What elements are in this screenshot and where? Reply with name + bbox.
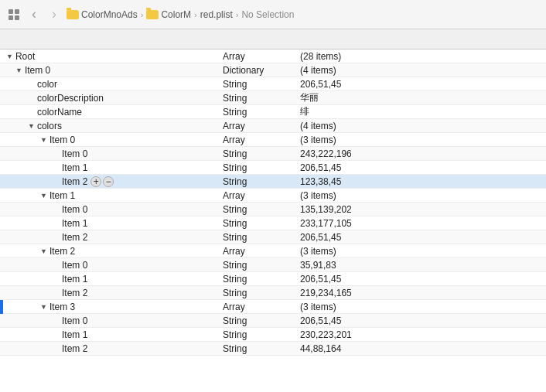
breadcrumb: ColorMnoAds › ColorM › red.plist › No Se… bbox=[67, 9, 540, 20]
type-label: String bbox=[217, 232, 294, 243]
breadcrumb-redplist[interactable]: red.plist bbox=[200, 9, 233, 20]
value-label: 243,222,196 bbox=[294, 148, 546, 159]
key-label: Item 2 bbox=[62, 232, 87, 243]
key-label: colorDescription bbox=[37, 93, 104, 104]
triangle-icon[interactable] bbox=[15, 66, 22, 74]
type-label: String bbox=[217, 79, 294, 90]
triangle-icon[interactable] bbox=[28, 122, 35, 130]
value-label: 35,91,83 bbox=[294, 260, 546, 271]
key-label: Item 0 bbox=[62, 260, 87, 271]
table-row[interactable]: Item 1String206,51,45 bbox=[0, 161, 546, 175]
key-label: Item 0 bbox=[62, 204, 87, 215]
table-row[interactable]: Item 2String44,88,164 bbox=[0, 342, 546, 356]
value-label: 123,38,45 bbox=[294, 176, 546, 187]
table-header bbox=[0, 29, 546, 49]
table-row[interactable]: Item 1Array(3 items) bbox=[0, 189, 546, 203]
triangle-icon[interactable] bbox=[40, 136, 47, 144]
key-label: Item 2 bbox=[62, 176, 87, 187]
table-row[interactable]: Item 0String243,222,196 bbox=[0, 147, 546, 161]
key-label: colorName bbox=[37, 107, 82, 118]
key-label: Item 2 bbox=[62, 288, 87, 298]
table-row[interactable]: Item 0Dictionary(4 items) bbox=[0, 63, 546, 77]
type-label: String bbox=[217, 274, 294, 285]
type-label: Array bbox=[217, 135, 294, 145]
svg-rect-2 bbox=[9, 15, 13, 20]
type-label: String bbox=[217, 148, 294, 159]
key-label: Item 1 bbox=[62, 218, 87, 229]
type-label: String bbox=[217, 107, 294, 118]
table-row[interactable]: colorDescriptionString华丽 bbox=[0, 91, 546, 105]
remove-item-button[interactable]: − bbox=[103, 176, 114, 187]
value-label: 230,223,201 bbox=[294, 329, 546, 340]
triangle-icon[interactable] bbox=[40, 303, 47, 311]
svg-rect-3 bbox=[15, 15, 19, 20]
table-row[interactable]: colorNameString绯 bbox=[0, 105, 546, 119]
type-label: Array bbox=[217, 246, 294, 257]
table-body: RootArray(28 items)Item 0Dictionary(4 it… bbox=[0, 49, 546, 392]
value-label: 206,51,45 bbox=[294, 315, 546, 326]
table-row[interactable]: Item 2+−String123,38,45 bbox=[0, 175, 546, 189]
value-label: 华丽 bbox=[294, 91, 546, 104]
type-label: Array bbox=[217, 121, 294, 131]
table-row[interactable]: colorString206,51,45 bbox=[0, 77, 546, 91]
triangle-icon[interactable] bbox=[40, 192, 47, 199]
back-icon[interactable]: ‹ bbox=[26, 7, 42, 22]
table-row[interactable]: Item 0String206,51,45 bbox=[0, 314, 546, 328]
table-row[interactable]: Item 0String35,91,83 bbox=[0, 258, 546, 272]
value-label: 233,177,105 bbox=[294, 218, 546, 229]
key-label: Item 0 bbox=[62, 148, 87, 159]
key-label: Item 1 bbox=[62, 329, 87, 340]
row-actions: +− bbox=[90, 176, 114, 187]
key-label: Item 0 bbox=[49, 135, 75, 145]
accent-bar bbox=[0, 300, 3, 314]
table-row[interactable]: colorsArray(4 items) bbox=[0, 119, 546, 133]
triangle-icon[interactable] bbox=[40, 247, 47, 255]
key-label: Item 0 bbox=[25, 65, 50, 76]
value-label: (3 items) bbox=[294, 246, 546, 257]
key-label: colors bbox=[37, 121, 62, 131]
type-label: Array bbox=[217, 51, 294, 62]
table-row[interactable]: Item 1String233,177,105 bbox=[0, 216, 546, 230]
table-row[interactable]: Item 2String206,51,45 bbox=[0, 230, 546, 244]
grid-icon[interactable] bbox=[6, 7, 22, 22]
key-label: Item 1 bbox=[49, 190, 75, 201]
value-label: 206,51,45 bbox=[294, 162, 546, 173]
table-row[interactable]: RootArray(28 items) bbox=[0, 49, 546, 63]
value-label: 44,88,164 bbox=[294, 343, 546, 354]
value-label: 219,234,165 bbox=[294, 288, 546, 298]
type-label: String bbox=[217, 176, 294, 187]
table-row[interactable]: Item 1String230,223,201 bbox=[0, 328, 546, 342]
breadcrumb-colormnoads[interactable]: ColorMnoAds bbox=[81, 9, 138, 20]
folder-icon bbox=[67, 10, 79, 19]
value-label: 206,51,45 bbox=[294, 232, 546, 243]
value-label: (4 items) bbox=[294, 121, 546, 131]
value-label: (3 items) bbox=[294, 302, 546, 312]
add-item-button[interactable]: + bbox=[90, 176, 101, 187]
type-label: String bbox=[217, 162, 294, 173]
table-row[interactable]: Item 0String135,139,202 bbox=[0, 203, 546, 216]
table-row[interactable]: Item 2String219,234,165 bbox=[0, 286, 546, 300]
type-label: String bbox=[217, 93, 294, 104]
breadcrumb-colorm[interactable]: ColorM bbox=[161, 9, 191, 20]
key-label: Root bbox=[15, 51, 35, 62]
type-label: String bbox=[217, 343, 294, 354]
table-row[interactable]: Item 1String206,51,45 bbox=[0, 272, 546, 286]
type-label: Array bbox=[217, 302, 294, 312]
table-row[interactable]: Item 3Array(3 items) bbox=[0, 300, 546, 314]
key-label: Item 2 bbox=[62, 343, 87, 354]
value-label: (28 items) bbox=[294, 51, 546, 62]
type-label: Array bbox=[217, 190, 294, 201]
breadcrumb-noselection: No Selection bbox=[241, 9, 294, 20]
triangle-icon[interactable] bbox=[6, 53, 13, 60]
value-label: 135,139,202 bbox=[294, 204, 546, 215]
folder-icon-2 bbox=[146, 10, 159, 19]
value-label: (3 items) bbox=[294, 190, 546, 201]
table-row[interactable]: Item 2Array(3 items) bbox=[0, 244, 546, 258]
key-label: Item 1 bbox=[62, 274, 87, 285]
value-label: (4 items) bbox=[294, 65, 546, 76]
type-label: String bbox=[217, 218, 294, 229]
table-row[interactable]: Item 0Array(3 items) bbox=[0, 133, 546, 147]
toolbar: ‹ › ColorMnoAds › ColorM › red.plist › N… bbox=[0, 0, 546, 29]
type-label: Dictionary bbox=[217, 65, 294, 76]
forward-icon[interactable]: › bbox=[46, 7, 62, 22]
